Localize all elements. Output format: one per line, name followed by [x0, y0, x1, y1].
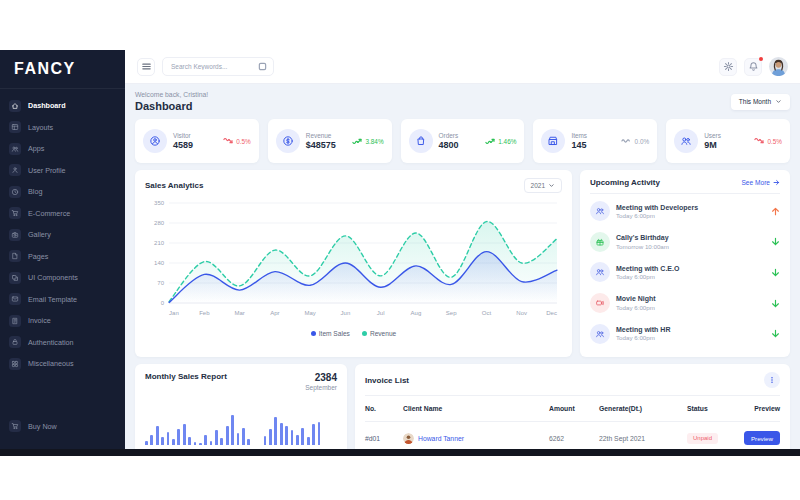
stat-trend: 0.5%	[754, 137, 782, 145]
layout-icon	[11, 123, 19, 131]
upcoming-activity-title: Upcoming Activity	[590, 178, 660, 187]
sidebar-nav: Dashboard Layouts Apps User Profile Blog…	[0, 89, 125, 416]
trend-up-icon	[485, 137, 496, 145]
user-icon	[11, 166, 19, 174]
column-no: No.	[365, 405, 403, 412]
client-link[interactable]: Howard Tanner	[403, 433, 549, 444]
bar	[269, 429, 272, 445]
year-select[interactable]: 2021	[524, 178, 562, 193]
activity-time: Today 6:00pm	[616, 273, 765, 280]
settings-button[interactable]	[719, 58, 737, 76]
sidebar: FANCY Dashboard Layouts Apps User Profil…	[0, 50, 125, 449]
monthly-sales-card: Monthly Sales Report 2384 September	[135, 364, 347, 449]
monthly-sales-title: Monthly Sales Report	[145, 372, 227, 381]
activity-time: Tomorrow 10:00am	[616, 243, 765, 250]
bar	[210, 441, 213, 445]
notifications-button[interactable]	[744, 58, 762, 76]
file-text-icon	[11, 317, 19, 325]
see-more-link[interactable]: See More	[741, 179, 780, 186]
sidebar-item-blog[interactable]: Blog	[9, 181, 116, 203]
sidebar-item-buy-now[interactable]: Buy Now	[9, 416, 116, 438]
sidebar-item-apps[interactable]: Apps	[9, 138, 116, 160]
activity-item[interactable]: Meeting with Developers Today 6:00pm	[590, 201, 780, 221]
activity-item[interactable]: Meeting with HR Today 6:00pm	[590, 324, 780, 344]
sidebar-item-label: Layouts	[28, 123, 53, 132]
activity-item[interactable]: Meeting with C.E.O Today 6:00pm	[590, 262, 780, 282]
bar	[231, 415, 234, 445]
chevron-down-icon	[548, 182, 555, 189]
svg-text:Feb: Feb	[199, 310, 210, 316]
svg-text:Apr: Apr	[270, 310, 279, 316]
sidebar-item-layouts[interactable]: Layouts	[9, 117, 116, 139]
trend-value: 0.5%	[767, 138, 782, 145]
cart-icon	[11, 209, 19, 217]
svg-text:Mar: Mar	[234, 310, 244, 316]
page-title: Dashboard	[135, 100, 208, 112]
svg-text:350: 350	[154, 200, 165, 206]
preview-button[interactable]: Preview	[744, 431, 780, 445]
search-input[interactable]	[169, 62, 254, 71]
sidebar-item-gallery[interactable]: Gallery	[9, 224, 116, 246]
bar	[307, 437, 310, 445]
revenue-legend-dot	[362, 331, 367, 336]
activity-title: Movie Night	[616, 295, 765, 302]
arrow-up-icon	[771, 207, 780, 216]
sidebar-item-label: UI Components	[28, 273, 78, 282]
column-generate-date: Generate(Dt.)	[599, 405, 687, 412]
trend-value: 3.84%	[365, 138, 383, 145]
activity-title: Meeting with HR	[616, 326, 765, 333]
menu-toggle-button[interactable]	[137, 58, 155, 76]
bar	[199, 443, 202, 445]
stat-value: $48575	[306, 140, 346, 150]
svg-text:Jul: Jul	[377, 310, 385, 316]
monthly-sales-subtitle: September	[305, 384, 337, 391]
table-row: #d01 Howard Tanner 6262 22th Sept 2021 U…	[365, 422, 780, 445]
bar	[172, 439, 175, 445]
activity-item[interactable]: Cally's Birthday Tomorrow 10:00am	[590, 232, 780, 252]
bar	[161, 437, 164, 445]
bar	[285, 426, 288, 445]
people-icon	[595, 329, 605, 339]
invoice-menu-button[interactable]	[764, 372, 780, 388]
invoice-number: #d01	[365, 435, 403, 442]
sidebar-item-pages[interactable]: Pages	[9, 246, 116, 268]
search-box[interactable]	[162, 57, 274, 76]
stat-card-items: Items 145 0.0%	[533, 119, 657, 163]
activity-time: Today 6:00pm	[616, 304, 765, 311]
trend-value: 0.5%	[236, 138, 251, 145]
stat-trend: 0.0%	[621, 137, 649, 145]
sidebar-item-ecommerce[interactable]: E-Commerce	[9, 203, 116, 225]
activity-title: Cally's Birthday	[616, 234, 765, 241]
svg-text:70: 70	[157, 280, 164, 286]
sidebar-item-ui-components[interactable]: UI Components	[9, 267, 116, 289]
sidebar-item-authentication[interactable]: Authentication	[9, 332, 116, 354]
cart-icon	[11, 422, 19, 430]
arrow-down-icon	[771, 268, 780, 277]
activity-item[interactable]: Movie Night Today 6:00pm	[590, 293, 780, 313]
svg-text:Sep: Sep	[446, 310, 457, 316]
bar	[150, 435, 153, 445]
user-avatar[interactable]	[769, 57, 788, 76]
activity-time: Today 6:00pm	[616, 212, 765, 219]
bar	[301, 428, 304, 445]
brand-logo: FANCY	[0, 50, 125, 89]
dollar-circle-icon	[282, 135, 294, 147]
svg-text:Jun: Jun	[341, 310, 351, 316]
activity-time: Today 6:00pm	[616, 334, 765, 341]
stat-label: Visitor	[173, 132, 217, 139]
sales-line-chart: 070140210280350JanFebMarAprMayJunJulAugS…	[145, 197, 562, 329]
sidebar-item-label: Email Template	[28, 295, 77, 304]
sidebar-item-user-profile[interactable]: User Profile	[9, 160, 116, 182]
period-select[interactable]: This Month	[731, 94, 790, 110]
bar	[280, 423, 283, 445]
sidebar-item-invoice[interactable]: Invoice	[9, 310, 116, 332]
sidebar-item-dashboard[interactable]: Dashboard	[9, 95, 116, 117]
bar	[183, 424, 186, 445]
trend-down-icon	[754, 137, 765, 145]
sidebar-item-miscellaneous[interactable]: Miscellaneous	[9, 353, 116, 375]
column-client-name: Client Name	[403, 405, 549, 412]
bar	[194, 442, 197, 445]
sidebar-item-email-template[interactable]: Email Template	[9, 289, 116, 311]
sidebar-item-label: Invoice	[28, 316, 51, 325]
file-icon	[11, 252, 19, 260]
